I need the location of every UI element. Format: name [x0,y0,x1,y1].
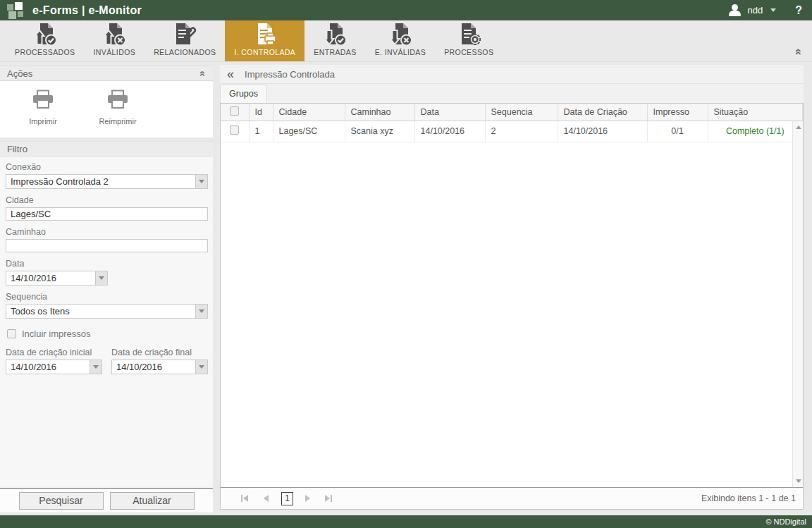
col-situacao[interactable]: Situação [708,104,803,121]
row-select-cell[interactable] [221,121,249,142]
conexao-label: Conexão [6,162,208,172]
toolbar-item-entradas[interactable]: ENTRADAS [304,20,365,61]
actions-title: Ações [7,68,32,79]
caminhao-label: Caminhao [6,227,208,237]
incluir-impressos-label: Incluir impressos [22,329,91,339]
doc-download-x-icon [388,23,413,47]
toolbar-item-label: E. INVÁLIDAS [375,48,426,56]
col-caminhao[interactable]: Caminhao [345,104,414,121]
col-cidade[interactable]: Cidade [273,104,345,121]
cidade-input[interactable] [6,207,208,221]
reimprimir-button[interactable]: Reimprimir [94,90,141,137]
incluir-impressos-checkbox[interactable] [7,329,16,338]
app-title: e-Forms | e-Monitor [32,4,142,17]
sequencia-field: Sequencia Todos os Itens [6,292,208,319]
cell-data: 14/10/2016 [414,121,485,142]
dropdown-arrow-icon[interactable] [90,360,102,374]
first-page-button[interactable] [236,491,253,506]
sequencia-value: Todos os Itens [6,305,195,318]
criacao-final-select[interactable]: 14/10/2016 [111,360,208,374]
row-checkbox[interactable] [230,125,239,135]
dropdown-arrow-icon[interactable] [195,305,207,318]
toolbar-item-i-controlada[interactable]: I. CONTROLADA [225,20,304,61]
cell-caminhao: Scania xyz [345,121,414,142]
tab-grupos[interactable]: Grupos [220,85,267,103]
grupos-table: Id Cidade Caminhao Data Sequencia Data d… [221,104,803,142]
vertical-scrollbar[interactable] [792,121,803,487]
doc-upload-check-icon [32,23,58,47]
tab-strip: Grupos [220,84,804,103]
last-page-button[interactable] [320,491,337,506]
filter-section-header: Filtro [0,141,213,156]
reimprimir-label: Reimprimir [99,117,136,125]
doc-upload-x-icon [102,23,127,47]
toolbar-item-label: ENTRADAS [314,48,356,56]
criacao-inicial-value: 14/10/2016 [6,360,90,374]
next-page-button[interactable] [299,491,316,506]
user-menu[interactable]: ndd [748,5,763,16]
conexao-select[interactable]: Impressão Controlada 2 [6,174,208,189]
current-page-box[interactable]: 1 [281,492,293,505]
toolbar-item-relacionados[interactable]: RELACIONADOS [144,20,225,61]
sequencia-label: Sequencia [6,292,208,302]
filter-title: Filtro [7,144,27,154]
sequencia-select[interactable]: Todos os Itens [6,304,208,319]
footer-bar: © NDDigital [0,515,812,528]
select-all-checkbox[interactable] [230,106,239,116]
cidade-label: Cidade [6,195,208,205]
prev-page-button[interactable] [257,491,274,506]
incluir-impressos-checkbox-row[interactable]: Incluir impressos [7,329,208,339]
caminhao-input[interactable] [6,239,208,252]
criacao-inicial-label: Data de criação inicial [6,348,102,357]
data-field: Data 14/10/2016 [6,259,208,286]
breadcrumb: « Impressão Controlada [220,65,804,84]
back-double-chevron-icon[interactable]: « [227,68,234,80]
scroll-down-icon[interactable] [796,479,801,483]
doc-gear-icon [456,23,481,47]
dropdown-arrow-icon[interactable] [195,175,207,188]
dropdown-arrow-icon[interactable] [195,360,207,374]
col-impresso[interactable]: Impresso [647,104,708,121]
criacao-inicial-select[interactable]: 14/10/2016 [6,360,102,374]
grid-panel: Id Cidade Caminhao Data Sequencia Data d… [220,103,804,510]
dropdown-arrow-icon[interactable] [95,271,107,285]
toolbar-item-processos[interactable]: PROCESSOS [435,20,503,61]
col-id[interactable]: Id [249,104,273,121]
scroll-up-icon[interactable] [796,125,801,129]
col-data-criacao[interactable]: Data de Criação [558,104,647,121]
user-caret-down-icon[interactable] [770,8,776,12]
pesquisar-button[interactable]: Pesquisar [19,492,104,510]
table-row[interactable]: 1 Lages/SC Scania xyz 14/10/2016 2 14/10… [221,121,803,142]
col-data[interactable]: Data [414,104,485,121]
doc-paperclip-icon [172,23,197,47]
cidade-field: Cidade [6,195,208,221]
toolbar-item-label: PROCESSOS [444,48,493,56]
actions-collapse-icon[interactable]: « [197,70,208,76]
cell-id: 1 [249,121,273,142]
actions-panel: Imprimir Reimprimir [0,81,213,137]
toolbar-item-label: INVÁLIDOS [94,48,136,56]
toolbar-item-label: I. CONTROLADA [234,48,295,56]
toolbar-item-processados[interactable]: PROCESSADOS [6,20,85,61]
copyright-text: © NDDigital [765,517,806,526]
status-badge: Completo (1/1) [708,121,803,142]
printer-icon [106,90,129,112]
toolbar-item-e-invalidas[interactable]: E. INVÁLIDAS [366,20,436,61]
user-icon [729,4,742,16]
toolbar-item-invalidos[interactable]: INVÁLIDOS [85,20,145,61]
sidebar: Ações « Imprimir [0,62,213,512]
data-select[interactable]: 14/10/2016 [6,271,108,286]
conexao-field: Conexão Impressão Controlada 2 [6,162,208,189]
atualizar-button[interactable]: Atualizar [110,492,195,510]
help-button[interactable]: ? [792,4,805,17]
toolbar-collapse-button[interactable]: « [786,46,812,61]
col-sequencia[interactable]: Sequencia [485,104,558,121]
select-all-header[interactable] [221,104,249,121]
main-toolbar: PROCESSADOS INVÁLIDOS [0,20,812,62]
data-value: 14/10/2016 [6,271,95,285]
caminhao-field: Caminhao [6,227,208,252]
criacao-final-label: Data de criação final [111,348,208,357]
imprimir-button[interactable]: Imprimir [20,90,66,137]
toolbar-item-label: PROCESSADOS [15,48,75,56]
filter-form: Conexão Impressão Controlada 2 Cidade Ca… [0,156,213,488]
